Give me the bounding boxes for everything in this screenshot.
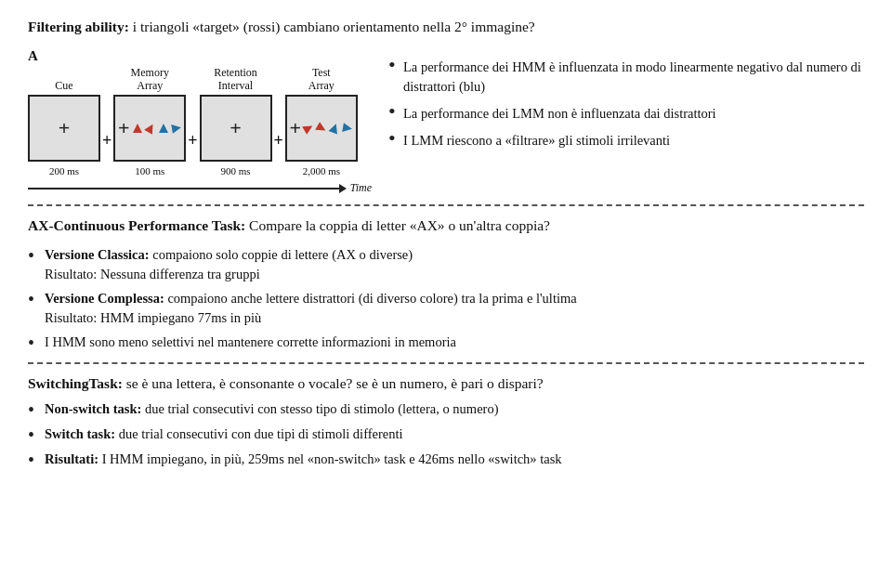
- dotted-sep-2: [28, 362, 864, 364]
- right-bullet-text-2: La performance dei LMM non è influenzata…: [403, 104, 716, 124]
- right-bullet-3: • I LMM riescono a «filtrare» gli stimol…: [388, 131, 864, 150]
- bullet-dot-2: •: [388, 101, 403, 122]
- ax-bullet-dot-1: •: [28, 245, 45, 266]
- ax-bullet-text-2: Versione Complessa: compaiono anche lett…: [45, 289, 577, 328]
- svg-marker-2: [159, 124, 168, 133]
- svg-marker-7: [342, 124, 353, 135]
- svg-marker-5: [315, 123, 328, 136]
- switching-heading: SwitchingTask: se è una lettera, è conso…: [28, 373, 864, 394]
- sw-bullet-dot-2: •: [28, 425, 45, 445]
- sw-bullet-text-1: Non-switch task: due trial consecutivi c…: [45, 399, 499, 419]
- ax-bullet-dot-2: •: [28, 289, 45, 309]
- test-tri-red2: [314, 121, 329, 136]
- ax-heading-rest: Compare la coppia di letter «AX» o un'al…: [245, 217, 550, 233]
- col-label-test: TestArray: [308, 66, 334, 93]
- test-tri-blue2: [341, 123, 354, 136]
- bullet-dot-3: •: [388, 128, 403, 149]
- svg-marker-3: [171, 124, 182, 135]
- sw-bullet-text-3: Risultati: I HMM impiegano, in più, 259m…: [45, 450, 562, 469]
- right-bullet-text-1: La performance dei HMM è influenzata in …: [403, 58, 864, 97]
- memory-time: 100 ms: [135, 165, 164, 176]
- ax-bullet-2: • Versione Complessa: compaiono anche le…: [28, 289, 864, 328]
- svg-marker-1: [144, 123, 157, 136]
- cue-box: +: [28, 95, 100, 162]
- sw-bullet-text-2: Switch task: due trial consecutivi con d…: [45, 425, 403, 444]
- cue-cross: +: [59, 116, 71, 140]
- ax-bullet-1: • Versione Classica: compaiono solo copp…: [28, 245, 864, 284]
- dotted-sep-1: [28, 204, 864, 206]
- sw-bullet-dot-3: •: [28, 450, 45, 470]
- memory-tri-red1: [132, 123, 143, 134]
- test-time: 2,000 ms: [303, 165, 340, 176]
- top-section: A Cue + 200 ms + MemoryArray +: [28, 48, 864, 196]
- time-arrow-line: [28, 188, 339, 189]
- ax-heading: AX-Continuous Performance Task: Compare …: [28, 216, 864, 236]
- right-bullet-text-3: I LMM riescono a «filtrare» gli stimoli …: [403, 131, 670, 150]
- memory-tri-red2: [142, 121, 157, 136]
- ax-bullet-sub-2: Risultato: HMM impiegano 77ms in più: [45, 310, 261, 325]
- bullet-dot-1: •: [388, 55, 403, 75]
- plus-divider-3: +: [272, 131, 285, 176]
- svg-marker-4: [302, 123, 315, 136]
- right-bullet-1: • La performance dei HMM è influenzata i…: [388, 58, 864, 97]
- ax-bullets-section: • Versione Classica: compaiono solo copp…: [28, 245, 864, 353]
- retention-time: 900 ms: [220, 165, 250, 176]
- test-tri-blue1: [327, 122, 341, 136]
- ax-bullet-text-1: Versione Classica: compaiono solo coppie…: [45, 245, 413, 284]
- diagram-area: A Cue + 200 ms + MemoryArray +: [28, 48, 372, 196]
- svg-marker-0: [133, 124, 142, 133]
- sw-bullet-bold-1: Non-switch task:: [45, 401, 141, 416]
- sw-bullet-bold-2: Switch task:: [45, 426, 115, 441]
- plus-divider-2: +: [186, 131, 199, 176]
- memory-box: +: [113, 95, 186, 162]
- right-bullet-2: • La performance dei LMM non è influenza…: [388, 104, 864, 124]
- sw-bullet-3: • Risultati: I HMM impiegano, in più, 25…: [28, 450, 864, 470]
- retention-box: +: [200, 95, 272, 162]
- memory-cross: +: [118, 116, 130, 140]
- memory-tri-blue1: [158, 123, 169, 134]
- sw-bullet-bold-3: Risultati:: [45, 451, 98, 466]
- sw-bullet-dot-1: •: [28, 399, 45, 420]
- diagram-label-a: A: [28, 48, 372, 64]
- ax-bullet-sub-1: Risultato: Nessuna differenza tra gruppi: [45, 267, 260, 281]
- right-bullets: • La performance dei HMM è influenzata i…: [388, 48, 864, 158]
- col-label-retention: RetentionInterval: [214, 66, 257, 93]
- time-arrow-head: [339, 184, 347, 193]
- col-label-memory: MemoryArray: [131, 66, 169, 93]
- switching-heading-bold: SwitchingTask:: [28, 375, 123, 391]
- switching-bullets-section: • Non-switch task: due trial consecutivi…: [28, 399, 864, 470]
- switching-heading-rest: se è una lettera, è consonante o vocale?…: [123, 375, 544, 391]
- test-box: +: [285, 95, 358, 162]
- retention-cross: +: [230, 116, 242, 140]
- ax-bullet-bold-1: Versione Classica:: [45, 247, 150, 262]
- ax-bullet-bold-2: Versione Complessa:: [45, 291, 164, 306]
- memory-tri-blue2: [170, 123, 183, 136]
- sw-bullet-1: • Non-switch task: due trial consecutivi…: [28, 399, 864, 420]
- svg-marker-6: [329, 123, 341, 135]
- ax-heading-bold: AX-Continuous Performance Task:: [28, 217, 245, 233]
- top-heading: Filtering ability: i triangoli «target» …: [28, 17, 864, 37]
- top-heading-text: i triangoli «target» (rossi) cambiano or…: [129, 19, 535, 34]
- sw-bullet-2: • Switch task: due trial consecutivi con…: [28, 425, 864, 445]
- ax-bullet-3: • I HMM sono meno selettivi nel mantener…: [28, 333, 864, 353]
- ax-bullet-text-3: I HMM sono meno selettivi nel mantenere …: [45, 333, 456, 352]
- time-arrow-row: Time: [28, 181, 372, 195]
- plus-divider-1: +: [100, 131, 113, 176]
- ax-bullet-dot-3: •: [28, 333, 45, 353]
- cue-time: 200 ms: [49, 165, 79, 176]
- test-cross: +: [290, 116, 302, 140]
- time-label: Time: [350, 181, 372, 195]
- col-label-cue: Cue: [55, 79, 72, 92]
- top-heading-bold: Filtering ability:: [28, 19, 129, 34]
